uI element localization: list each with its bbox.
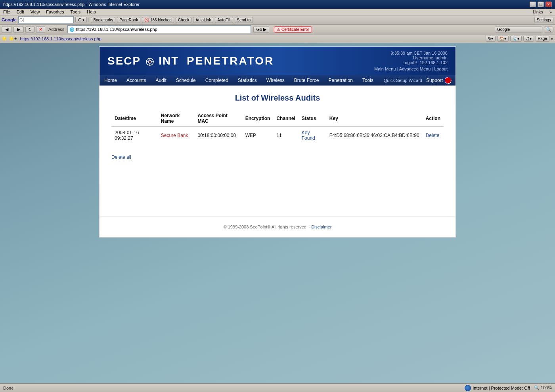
col-network-name: Network Name bbox=[158, 110, 195, 127]
rightbar-chevron: » bbox=[551, 36, 553, 41]
nav-completed[interactable]: Completed bbox=[201, 75, 233, 86]
close-button[interactable]: ✕ bbox=[545, 2, 552, 7]
blocked-button[interactable]: 🚫 186 blocked bbox=[142, 17, 174, 23]
col-status: Status bbox=[299, 110, 326, 127]
crosshair-icon bbox=[141, 55, 159, 67]
menu-bar: File Edit View Favorites Tools Help Link… bbox=[0, 9, 555, 15]
url-display: https://192.168.1.110/spscan/wireless.ph… bbox=[20, 36, 101, 41]
search-field[interactable]: Google bbox=[495, 27, 542, 32]
autofill-button[interactable]: AutoFill bbox=[215, 17, 233, 23]
favorites-bar: ⭐ ⭐+ https://192.168.1.110/spscan/wirele… bbox=[0, 34, 555, 43]
page-title: List of Wireless Audits bbox=[111, 93, 444, 103]
nav-links: Home Accounts Audit Schedule Completed S… bbox=[100, 75, 378, 86]
page-icon: 🌐 bbox=[69, 27, 74, 32]
nav-wireless[interactable]: Wireless bbox=[262, 75, 289, 86]
autolink-button[interactable]: AutoLink bbox=[193, 17, 213, 23]
main-menu-link[interactable]: Main Menu bbox=[374, 67, 396, 71]
col-datetime: Date/time bbox=[111, 110, 158, 127]
google-search-input[interactable] bbox=[18, 16, 74, 23]
col-key: Key bbox=[326, 110, 423, 127]
back-button[interactable]: ◀ bbox=[2, 26, 12, 33]
nav-bar: Home Accounts Audit Schedule Completed S… bbox=[100, 75, 455, 86]
header-right-section: 9:35:39 am CET Jan 16 2008 Username: adm… bbox=[374, 47, 455, 75]
col-action: Action bbox=[423, 110, 444, 127]
page-container: SECP INT PENETRATOR bbox=[99, 46, 456, 238]
col-channel: Channel bbox=[273, 110, 298, 127]
delete-all-container: Delete all bbox=[111, 150, 444, 160]
links-label: Links bbox=[533, 10, 543, 14]
disclaimer-link[interactable]: Disclaimer bbox=[311, 225, 331, 229]
menu-help[interactable]: Help bbox=[87, 10, 96, 14]
page-btn[interactable]: Page bbox=[536, 36, 549, 42]
datetime-display: 9:35:39 am CET Jan 16 2008 bbox=[390, 51, 448, 55]
status-right: Internet | Protected Mode: Off 🔍 100% bbox=[465, 385, 552, 391]
col-encryption: Encryption bbox=[242, 110, 274, 127]
add-favorite-icon[interactable]: ⭐+ bbox=[9, 36, 17, 41]
stop-button[interactable]: ✕ bbox=[36, 26, 45, 33]
nav-tools[interactable]: Tools bbox=[358, 75, 378, 86]
page-wrapper: SECP INT PENETRATOR bbox=[0, 43, 555, 238]
delete-all-link[interactable]: Delete all bbox=[111, 154, 131, 160]
feed-icon[interactable]: 📡▾ bbox=[510, 36, 522, 42]
logo-penetrator: PENETRATOR bbox=[187, 55, 274, 67]
star-icon: ⭐ bbox=[2, 36, 7, 41]
window-controls: _ ❐ ✕ bbox=[530, 2, 552, 7]
col-mac: Access Point MAC bbox=[194, 110, 242, 127]
google-toolbar: Google Go | Bookmarks PageRank 🚫 186 blo… bbox=[0, 15, 555, 25]
cell-network-name: Secure Bank bbox=[158, 127, 195, 145]
print-icon[interactable]: 🖨▾ bbox=[523, 36, 534, 42]
quick-setup-link[interactable]: Quick Setup Wizard bbox=[384, 78, 422, 83]
nav-accounts[interactable]: Accounts bbox=[122, 75, 151, 86]
status-text: Done bbox=[3, 386, 13, 390]
cell-action: Delete bbox=[423, 127, 444, 145]
loginip-display: LoginIP: 192.168.1.102 bbox=[390, 60, 448, 65]
footer-copyright: © 1999-2008 SecPoint® All rights reserve… bbox=[223, 225, 311, 229]
menu-edit[interactable]: Edit bbox=[17, 10, 24, 14]
network-name-link[interactable]: Secure Bank bbox=[161, 133, 188, 138]
forward-button[interactable]: ▶ bbox=[13, 26, 24, 33]
go-button[interactable]: Go bbox=[75, 17, 87, 23]
google-label: Google bbox=[2, 17, 17, 22]
menu-view[interactable]: View bbox=[31, 10, 40, 14]
nav-schedule[interactable]: Schedule bbox=[171, 75, 201, 86]
nav-home[interactable]: Home bbox=[100, 75, 122, 86]
pagerank-button[interactable]: PageRank bbox=[117, 17, 140, 23]
minimize-button[interactable]: _ bbox=[530, 2, 536, 7]
menu-file[interactable]: File bbox=[3, 10, 10, 14]
home-icon-right[interactable]: 🏠▾ bbox=[497, 36, 509, 42]
settings-button[interactable]: Settings bbox=[534, 17, 553, 23]
go-nav-button[interactable]: Go ▶ bbox=[253, 26, 269, 33]
cell-key: F4:D5:68:86:6B:36:46:02:CA:B4:BD:6B:90 bbox=[326, 127, 423, 145]
sendto-button[interactable]: Send to bbox=[235, 17, 253, 23]
cell-encryption: WEP bbox=[242, 127, 274, 145]
address-label: Address bbox=[48, 27, 64, 32]
support-button[interactable]: Support bbox=[426, 77, 452, 84]
bookmarks-button[interactable]: Bookmarks bbox=[91, 17, 115, 23]
links-chevron: » bbox=[549, 10, 552, 14]
status-link[interactable]: Key Found bbox=[302, 130, 315, 141]
delete-link[interactable]: Delete bbox=[426, 133, 440, 138]
menu-favorites[interactable]: Favorites bbox=[46, 10, 64, 14]
logo-text: SECP INT PENETRATOR bbox=[107, 55, 274, 67]
status-bar: Done Internet | Protected Mode: Off 🔍 10… bbox=[0, 383, 555, 392]
nav-penetration[interactable]: Penetration bbox=[324, 75, 358, 86]
refresh-icon-right[interactable]: ↻▾ bbox=[486, 36, 496, 42]
cert-error-icon: ⚠ Certificate Error bbox=[274, 27, 312, 32]
search-button[interactable]: 🔍 bbox=[544, 27, 553, 32]
logout-link[interactable]: Logout bbox=[434, 67, 448, 71]
url-text: https://192.168.1.110/spscan/wireless.ph… bbox=[76, 27, 157, 32]
zoom-indicator: 🔍 100% bbox=[534, 385, 552, 390]
check-button[interactable]: Check bbox=[176, 17, 191, 23]
menu-tools[interactable]: Tools bbox=[71, 10, 81, 14]
refresh-button[interactable]: ↻ bbox=[25, 26, 34, 33]
nav-audit[interactable]: Audit bbox=[151, 75, 171, 86]
audit-table: Date/time Network Name Access Point MAC … bbox=[111, 110, 444, 144]
svg-point-2 bbox=[149, 61, 150, 62]
advanced-menu-link[interactable]: Advanced Menu bbox=[399, 67, 431, 71]
logo-area: SECP INT PENETRATOR bbox=[100, 51, 282, 71]
nav-statistics[interactable]: Statistics bbox=[233, 75, 262, 86]
url-bar[interactable]: 🌐 https://192.168.1.110/spscan/wireless.… bbox=[67, 25, 251, 33]
nav-bruteforce[interactable]: Brute Force bbox=[289, 75, 324, 86]
restore-button[interactable]: ❐ bbox=[538, 2, 544, 7]
username-display: Username: admin bbox=[390, 55, 448, 60]
